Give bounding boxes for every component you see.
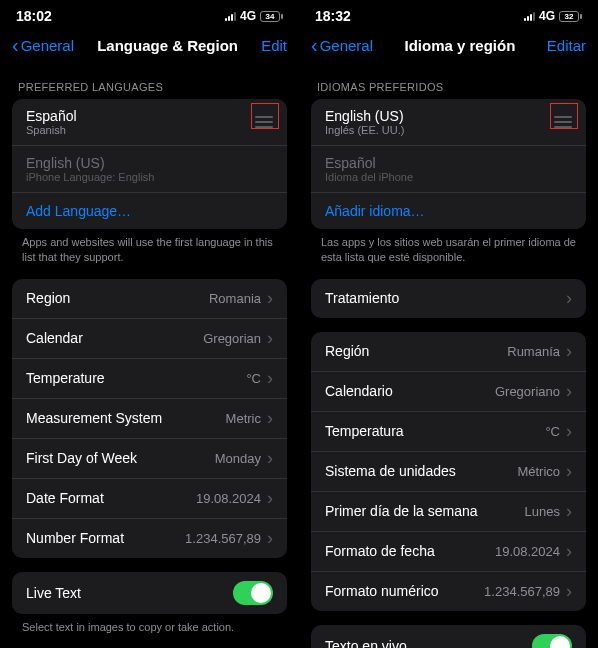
treatment-group: Tratamiento› [311, 279, 586, 318]
measurement-row[interactable]: Sistema de unidadesMétrico› [311, 452, 586, 492]
drag-handle-icon[interactable] [554, 116, 572, 128]
language-name: English (US) [26, 155, 273, 171]
status-indicators: 4G 34 [225, 9, 283, 23]
chevron-right-icon: › [267, 288, 273, 309]
chevron-right-icon: › [566, 381, 572, 402]
chevron-right-icon: › [267, 328, 273, 349]
signal-icon [225, 11, 236, 21]
network-label: 4G [240, 9, 256, 23]
dateformat-row[interactable]: Formato de fecha19.08.2024› [311, 532, 586, 572]
language-name: English (US) [325, 108, 554, 124]
language-sub: iPhone Language: English [26, 171, 273, 183]
region-row[interactable]: RegionRomania› [12, 279, 287, 319]
section-header-preferred: IDIOMAS PREFERIDOS [311, 67, 586, 99]
language-row-primary[interactable]: English (US) Inglés (EE. UU.) [311, 99, 586, 146]
chevron-right-icon: › [566, 501, 572, 522]
back-button[interactable]: ‹ General [311, 34, 373, 57]
preferred-footer: Apps and websites will use the first lan… [12, 229, 287, 279]
status-time: 18:32 [315, 8, 351, 24]
language-row-primary[interactable]: Español Spanish [12, 99, 287, 146]
network-label: 4G [539, 9, 555, 23]
status-indicators: 4G 32 [524, 9, 582, 23]
content-scroll[interactable]: PREFERRED LANGUAGES Español Spanish Engl… [0, 67, 299, 648]
page-title: Language & Region [74, 37, 261, 54]
language-row-secondary[interactable]: Español Idioma del iPhone [311, 146, 586, 193]
chevron-left-icon: ‹ [12, 34, 19, 57]
chevron-left-icon: ‹ [311, 34, 318, 57]
chevron-right-icon: › [566, 461, 572, 482]
back-button[interactable]: ‹ General [12, 34, 74, 57]
numberformat-row[interactable]: Formato numérico1.234.567,89› [311, 572, 586, 611]
firstday-row[interactable]: First Day of WeekMonday› [12, 439, 287, 479]
chevron-right-icon: › [267, 528, 273, 549]
language-sub: Inglés (EE. UU.) [325, 124, 554, 136]
temperature-row[interactable]: Temperatura°C› [311, 412, 586, 452]
language-row-secondary[interactable]: English (US) iPhone Language: English [12, 146, 287, 193]
chevron-right-icon: › [566, 581, 572, 602]
region-row[interactable]: RegiónRumanía› [311, 332, 586, 372]
livetext-group: Texto en vivo [311, 625, 586, 648]
section-header-preferred: PREFERRED LANGUAGES [12, 67, 287, 99]
temperature-row[interactable]: Temperature°C› [12, 359, 287, 399]
add-language-button[interactable]: Añadir idioma… [311, 193, 586, 229]
language-name: Español [26, 108, 255, 124]
firstday-row[interactable]: Primer día de la semanaLunes› [311, 492, 586, 532]
status-bar: 18:02 4G 34 [0, 0, 299, 28]
livetext-toggle[interactable] [233, 581, 273, 605]
language-name: Español [325, 155, 572, 171]
preferred-languages-group: Español Spanish English (US) iPhone Lang… [12, 99, 287, 229]
livetext-row[interactable]: Live Text [12, 572, 287, 614]
region-settings-group: RegiónRumanía› CalendarioGregoriano› Tem… [311, 332, 586, 611]
content-scroll[interactable]: IDIOMAS PREFERIDOS English (US) Inglés (… [299, 67, 598, 648]
region-settings-group: RegionRomania› CalendarGregorian› Temper… [12, 279, 287, 558]
status-time: 18:02 [16, 8, 52, 24]
chevron-right-icon: › [566, 541, 572, 562]
chevron-right-icon: › [267, 448, 273, 469]
battery-icon: 34 [260, 11, 283, 22]
measurement-row[interactable]: Measurement SystemMetric› [12, 399, 287, 439]
calendar-row[interactable]: CalendarGregorian› [12, 319, 287, 359]
preferred-languages-group: English (US) Inglés (EE. UU.) Español Id… [311, 99, 586, 229]
chevron-right-icon: › [267, 368, 273, 389]
calendar-row[interactable]: CalendarioGregoriano› [311, 372, 586, 412]
livetext-toggle[interactable] [532, 634, 572, 648]
livetext-footer: Select text in images to copy or take ac… [12, 614, 287, 648]
numberformat-row[interactable]: Number Format1.234.567,89› [12, 519, 287, 558]
chevron-right-icon: › [566, 288, 572, 309]
nav-bar: ‹ General Idioma y región Editar [299, 28, 598, 67]
dateformat-row[interactable]: Date Format19.08.2024› [12, 479, 287, 519]
livetext-row[interactable]: Texto en vivo [311, 625, 586, 648]
chevron-right-icon: › [566, 341, 572, 362]
language-sub: Spanish [26, 124, 255, 136]
chevron-right-icon: › [267, 488, 273, 509]
screen-left: 18:02 4G 34 ‹ General Language & Region … [0, 0, 299, 648]
signal-icon [524, 11, 535, 21]
language-sub: Idioma del iPhone [325, 171, 572, 183]
edit-button[interactable]: Editar [547, 37, 586, 54]
nav-bar: ‹ General Language & Region Edit [0, 28, 299, 67]
treatment-row[interactable]: Tratamiento› [311, 279, 586, 318]
status-bar: 18:32 4G 32 [299, 0, 598, 28]
preferred-footer: Las apps y los sitios web usarán el prim… [311, 229, 586, 279]
page-title: Idioma y región [373, 37, 547, 54]
drag-handle-icon[interactable] [255, 116, 273, 128]
edit-button[interactable]: Edit [261, 37, 287, 54]
chevron-right-icon: › [566, 421, 572, 442]
add-language-button[interactable]: Add Language… [12, 193, 287, 229]
livetext-group: Live Text [12, 572, 287, 614]
battery-icon: 32 [559, 11, 582, 22]
back-label: General [320, 37, 373, 54]
back-label: General [21, 37, 74, 54]
screen-right: 18:32 4G 32 ‹ General Idioma y región Ed… [299, 0, 598, 648]
chevron-right-icon: › [267, 408, 273, 429]
